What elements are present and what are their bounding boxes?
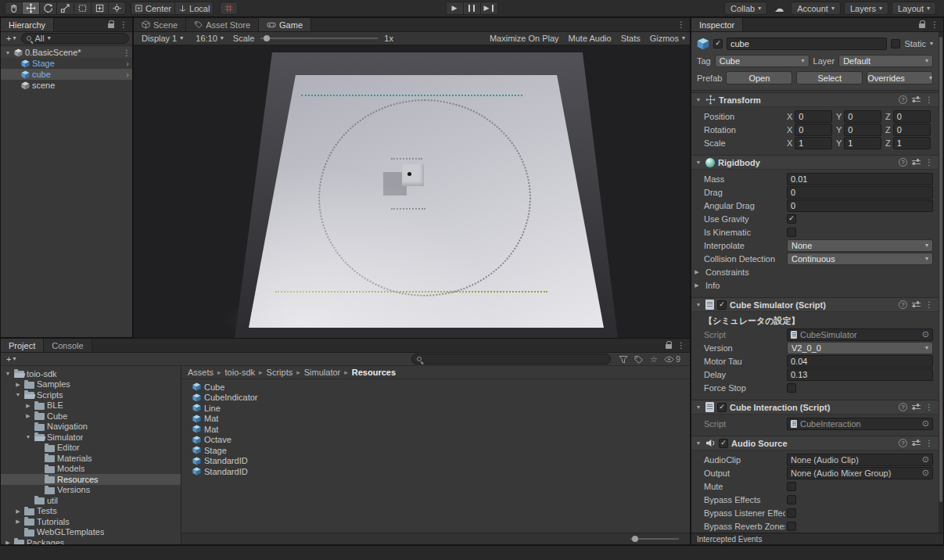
breadcrumb-item[interactable]: Simulator [304, 368, 340, 377]
scrollbar-thumb[interactable] [939, 37, 942, 502]
layer-dropdown[interactable]: Default▾ [838, 55, 933, 67]
lock-icon[interactable] [108, 23, 114, 28]
bypass-reverb-zones-checkbox[interactable] [787, 522, 796, 531]
scale-slider[interactable] [260, 34, 378, 42]
active-checkbox[interactable]: ✓ [713, 39, 723, 48]
presets-icon[interactable] [912, 404, 921, 411]
collision-detection-dropdown[interactable]: Continuous▾ [787, 253, 933, 265]
position-x-field[interactable]: 0 [795, 110, 832, 123]
panel-menu-icon[interactable]: ⋮ [677, 341, 685, 350]
motor-tau-field[interactable]: 0.04 [787, 355, 933, 368]
script-object-field[interactable]: CubeSimulator⊙ [787, 328, 933, 341]
project-search-input[interactable] [411, 354, 611, 364]
tab-project[interactable]: Project [1, 339, 44, 352]
gizmos-dropdown[interactable]: Gizmos▾ [650, 34, 685, 43]
prefab-open-arrow[interactable]: › [126, 59, 131, 68]
delay-field[interactable]: 0.13 [787, 368, 933, 381]
scale-tool-button[interactable] [56, 2, 74, 15]
tab-scene[interactable]: Scene [134, 18, 186, 31]
play-button[interactable]: ▶ [446, 2, 464, 15]
component-menu-icon[interactable]: ⋮ [925, 95, 933, 104]
tree-item-util[interactable]: util [1, 495, 181, 506]
output-object-field[interactable]: None (Audio Mixer Group)⊙ [787, 467, 933, 479]
file-item-line[interactable]: Line [181, 403, 690, 414]
constraints-foldout[interactable]: ▶Constraints [693, 265, 933, 278]
audioclip-object-field[interactable]: None (Audio Clip)⊙ [787, 454, 933, 466]
breadcrumb-item[interactable]: toio-sdk [225, 368, 256, 377]
rotation-z-field[interactable]: 0 [893, 124, 931, 136]
stats-button[interactable]: Stats [621, 34, 641, 43]
component-menu-icon[interactable]: ⋮ [925, 439, 933, 447]
mute-audio-button[interactable]: Mute Audio [569, 34, 612, 43]
rotation-y-field[interactable]: 0 [844, 124, 881, 136]
component-enabled-checkbox[interactable]: ✓ [717, 403, 727, 412]
tree-item-tutorials[interactable]: ▶Tutorials [1, 516, 181, 527]
file-item-cube[interactable]: Cube [181, 382, 690, 393]
panel-menu-icon[interactable]: ⋮ [120, 20, 127, 29]
rotate-tool-button[interactable] [39, 2, 57, 15]
tree-item-versions[interactable]: Versions [1, 485, 181, 496]
hierarchy-item-cube[interactable]: cube › [1, 69, 132, 80]
breadcrumb-item[interactable]: Scripts [267, 368, 293, 377]
panel-menu-icon[interactable]: ⋮ [931, 20, 939, 29]
bypass-effects-checkbox[interactable] [787, 495, 796, 504]
bypass-listener-effects-checkbox[interactable] [787, 508, 796, 518]
lock-icon[interactable] [919, 23, 925, 28]
game-viewport[interactable] [134, 45, 690, 338]
file-item-standardid2[interactable]: StandardID [181, 466, 690, 477]
breadcrumb-item-current[interactable]: Resources [352, 368, 396, 377]
icon-size-slider-thumb[interactable] [632, 536, 638, 542]
inspector-scrollbar[interactable] [939, 32, 943, 533]
tree-item-samples[interactable]: ▶Samples [1, 379, 181, 390]
tree-item-scripts[interactable]: ▼Scripts [1, 389, 181, 400]
position-y-field[interactable]: 0 [844, 110, 881, 123]
mass-field[interactable]: 0.01 [787, 173, 933, 185]
file-item-standardid[interactable]: StandardID [181, 456, 690, 467]
interpolate-dropdown[interactable]: None▾ [787, 239, 933, 252]
lock-icon[interactable] [666, 344, 672, 349]
foldout-open-icon[interactable]: ▼ [695, 440, 702, 446]
hand-tool-button[interactable] [5, 2, 23, 15]
rotation-x-field[interactable]: 0 [795, 124, 832, 136]
help-icon[interactable]: ? [899, 158, 907, 167]
file-item-octave[interactable]: Octave [181, 435, 690, 446]
prefab-select-button[interactable]: Select [796, 71, 863, 84]
create-asset-button[interactable]: +▾ [4, 354, 18, 364]
component-menu-icon[interactable]: ⋮ [925, 158, 933, 167]
layout-dropdown[interactable]: Layout▾ [892, 2, 936, 15]
grid-snap-button[interactable] [220, 2, 238, 15]
help-icon[interactable]: ? [899, 300, 907, 309]
hidden-packages-toggle[interactable]: 9 [664, 354, 680, 364]
drag-field[interactable]: 0 [787, 186, 933, 199]
component-enabled-checkbox[interactable]: ✓ [719, 439, 728, 448]
presets-icon[interactable] [912, 159, 921, 166]
script-object-field[interactable]: CubeInteraction⊙ [787, 418, 933, 430]
breadcrumb-item[interactable]: Assets [188, 368, 214, 377]
file-item-cubeindicator[interactable]: CubeIndicator [181, 393, 690, 404]
tab-asset-store[interactable]: Asset Store [186, 18, 259, 31]
audio-source-component-header[interactable]: ▼ ✓ Audio Source ?⋮ [691, 436, 939, 451]
scale-y-field[interactable]: 1 [844, 137, 881, 149]
presets-icon[interactable] [912, 301, 921, 308]
hierarchy-item-stage[interactable]: Stage › [1, 58, 132, 69]
tree-item-navigation[interactable]: Navigation [1, 422, 181, 433]
component-enabled-checkbox[interactable]: ✓ [717, 300, 727, 310]
object-picker-icon[interactable]: ⊙ [922, 330, 929, 339]
hierarchy-search-input[interactable]: All ▾ [21, 33, 129, 44]
scene-menu-icon[interactable]: ⋮ [123, 48, 131, 57]
is-kinematic-checkbox[interactable] [787, 228, 796, 237]
static-checkbox[interactable] [891, 39, 900, 48]
component-menu-icon[interactable]: ⋮ [925, 403, 933, 411]
tree-item-webgltemplates[interactable]: WebGLTemplates [1, 527, 181, 538]
force-stop-checkbox[interactable] [787, 383, 796, 393]
tag-dropdown[interactable]: Cube▾ [715, 55, 809, 67]
object-picker-icon[interactable]: ⊙ [922, 419, 929, 428]
file-item-mat[interactable]: Mat [181, 414, 690, 425]
tab-console[interactable]: Console [44, 339, 92, 352]
prefab-open-button[interactable]: Open [726, 71, 792, 84]
tab-hierarchy[interactable]: Hierarchy [1, 18, 54, 31]
gameobject-name-field[interactable] [727, 38, 887, 50]
foldout-open-icon[interactable]: ▼ [695, 302, 702, 307]
tree-item-models[interactable]: Models [1, 464, 181, 475]
pause-button[interactable] [463, 2, 481, 15]
